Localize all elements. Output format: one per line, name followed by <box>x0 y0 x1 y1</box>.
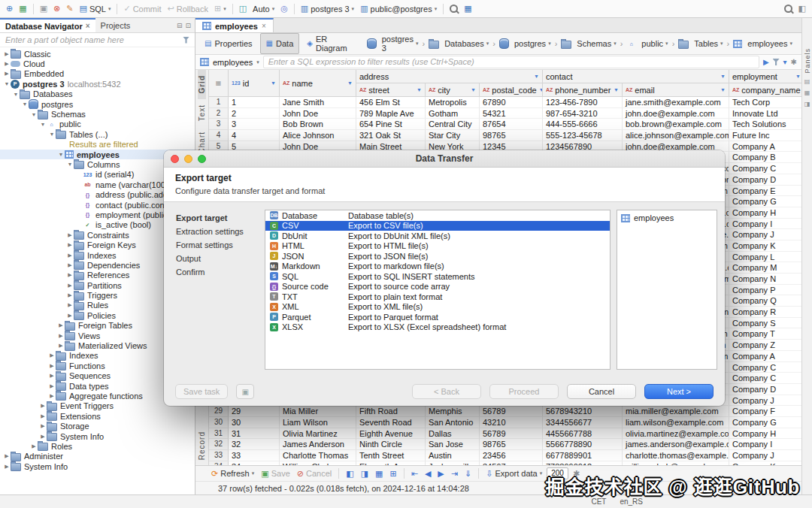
cell[interactable]: james.anderson@example.com <box>623 439 729 450</box>
cell[interactable]: Company M <box>729 262 801 274</box>
sql-editor-button[interactable]: ▤SQL▾ <box>77 4 113 14</box>
cell[interactable]: 87654 <box>480 119 543 130</box>
tree-item-system-info[interactable]: ▶System Info <box>0 461 195 471</box>
tree-item-embedded[interactable]: ▶Embedded <box>0 69 195 79</box>
cell[interactable]: Company C <box>729 163 801 174</box>
cell[interactable]: jane.smith@example.com <box>623 97 729 108</box>
cell[interactable]: Gotham <box>426 108 480 119</box>
cell[interactable]: Company N <box>729 274 801 285</box>
breadcrumb-item-employees[interactable]: employees▾ <box>732 39 794 48</box>
first-row-icon[interactable]: ⇤ <box>409 469 420 479</box>
cell[interactable]: Tech Solutions <box>729 119 801 130</box>
maximize-panel-icon[interactable]: ◧ <box>344 469 356 479</box>
minimize-icon[interactable]: ⊟ <box>177 22 183 29</box>
cell[interactable]: Company P <box>729 285 801 296</box>
cell[interactable]: liam.wilson@example.com <box>623 417 729 428</box>
compare-icon[interactable]: ◫ <box>237 4 249 14</box>
search-icon[interactable] <box>782 4 795 14</box>
cell[interactable]: 1 <box>229 97 280 108</box>
format-dbunit[interactable]: DDbUnitExport to DbUnit XML file(s) <box>265 231 610 241</box>
cell[interactable]: John Doe <box>280 108 356 119</box>
result-view-tab-record[interactable]: Record <box>198 426 206 465</box>
references-panel-icon[interactable]: ⊞ <box>387 469 398 479</box>
format-xlsx[interactable]: XXLSXExport to XLSX (Excel spreadsheet) … <box>265 322 610 333</box>
fetch-next-page-icon[interactable]: ⇓ <box>462 469 474 479</box>
row-number-cell[interactable]: 1 <box>209 97 229 108</box>
cell[interactable]: Company A <box>729 141 801 153</box>
cell[interactable]: 444-555-6666 <box>543 119 623 130</box>
filter-dropdown-icon[interactable]: ▼ <box>471 87 476 92</box>
commit-button[interactable]: ✓Commit <box>121 4 163 14</box>
cell[interactable]: Future Inc <box>729 130 801 141</box>
tree-item-classic[interactable]: ▶Classic <box>0 49 195 59</box>
cell[interactable]: Charlotte Thomas <box>280 450 356 461</box>
row-number-cell[interactable]: 29 <box>209 406 229 417</box>
row-number-cell[interactable]: 2 <box>209 108 229 119</box>
tree-item-storage[interactable]: ▶Storage <box>0 421 195 431</box>
cell[interactable]: Seventh Road <box>356 417 426 428</box>
cell[interactable]: Company I <box>729 219 801 230</box>
tree-item-tables[interactable]: ▼Tables (...) <box>0 129 195 139</box>
grid-icon[interactable]: ▦ <box>462 4 474 14</box>
cell[interactable]: Olivia Martinez <box>280 428 356 440</box>
cell[interactable]: Mia Miller <box>280 406 356 417</box>
wizard-step-extraction-settings[interactable]: Extraction settings <box>171 225 259 238</box>
column-header-company_name[interactable]: AZcompany_name▼ <box>729 83 801 97</box>
dialog-title-bar[interactable]: Data Transfer <box>164 150 725 168</box>
cell[interactable]: 987-654-3210 <box>543 108 623 119</box>
tree-item-results-are-filtered[interactable]: Results are filtered <box>0 140 195 150</box>
tab-data[interactable]: ▦Data <box>260 33 300 54</box>
column-group-header-contact[interactable]: contact▼ <box>543 70 729 83</box>
result-view-tab-text[interactable]: Text <box>198 99 206 126</box>
export-data-button[interactable]: ⇩Export data▾ <box>483 468 544 479</box>
column-group-header-employment[interactable]: employment▼ <box>729 70 801 83</box>
column-group-header-address[interactable]: address▼ <box>356 70 543 83</box>
cell[interactable]: Company F <box>729 406 801 417</box>
tab-projects[interactable]: Projects <box>95 18 136 32</box>
cell[interactable]: 54321 <box>480 108 543 119</box>
cell[interactable]: Company S <box>729 318 801 329</box>
filter-dropdown-icon[interactable]: ▼ <box>795 74 801 79</box>
save-button[interactable]: ▣Save <box>259 468 292 479</box>
previous-row-icon[interactable]: ◀ <box>423 469 433 479</box>
active-schema-dropdown[interactable]: ▥public@postgres▾ <box>358 4 439 14</box>
wizard-step-confirm[interactable]: Confirm <box>171 265 259 279</box>
breadcrumb-item-tables[interactable]: Tables▾ <box>677 39 724 49</box>
panel-icon[interactable]: ▦ <box>804 89 810 96</box>
next-row-icon[interactable]: ▶ <box>435 469 446 479</box>
panel-icon[interactable]: ◨ <box>804 101 810 107</box>
cell[interactable]: Innovate Ltd <box>729 108 801 119</box>
wizard-step-format-settings[interactable]: Format settings <box>171 238 259 252</box>
value-panel-icon[interactable]: ◨ <box>359 469 371 479</box>
cell[interactable]: Metropolis <box>426 97 480 108</box>
column-header-id[interactable]: 123id▼ <box>229 70 280 97</box>
auto-commit-dropdown[interactable]: Auto▾ <box>250 4 277 14</box>
column-header-name[interactable]: AZname▼ <box>280 70 356 97</box>
cell[interactable]: Bob Brown <box>280 119 356 130</box>
format-parquet[interactable]: PParquetExport to Parquet format <box>265 312 610 322</box>
transaction-mode-icon[interactable]: ⊞▾ <box>212 4 229 14</box>
cell[interactable]: 5678943210 <box>543 406 623 417</box>
cell[interactable]: 4 <box>229 130 280 141</box>
cell[interactable]: Star City <box>426 130 480 141</box>
tab-database-navigator[interactable]: Database Navigator × <box>0 18 95 32</box>
connect-icon[interactable]: ▦ <box>17 4 29 14</box>
cell[interactable]: mia.miller@example.com <box>623 406 729 417</box>
rollback-button[interactable]: ↩Rollback <box>165 4 211 14</box>
breadcrumb-item-postgres-3[interactable]: postgres 3▾ <box>365 35 420 53</box>
sql-filter-input[interactable]: Enter a SQL expression to filter results… <box>263 56 759 68</box>
chevron-down-icon[interactable]: ▾ <box>256 59 259 65</box>
cell[interactable]: Company C <box>729 373 801 384</box>
cell[interactable]: olivia.martinez@example.com <box>623 428 729 440</box>
cell[interactable]: San Jose <box>426 439 480 450</box>
cell[interactable]: Company A <box>729 351 801 362</box>
cell[interactable]: 23456 <box>480 450 543 461</box>
maximize-icon[interactable]: ⊡ <box>185 22 191 29</box>
filter-funnel-icon[interactable] <box>183 37 189 44</box>
format-source-code[interactable]: {}Source codeExport to source code array <box>265 282 610 292</box>
cell[interactable]: Company L <box>729 252 801 263</box>
cell[interactable]: bob.brown@example.com <box>623 119 729 130</box>
tree-item-extensions[interactable]: ▶Extensions <box>0 411 195 421</box>
active-database-dropdown[interactable]: ▥postgres 3▾ <box>298 4 356 14</box>
cell[interactable]: Company D <box>729 384 801 395</box>
